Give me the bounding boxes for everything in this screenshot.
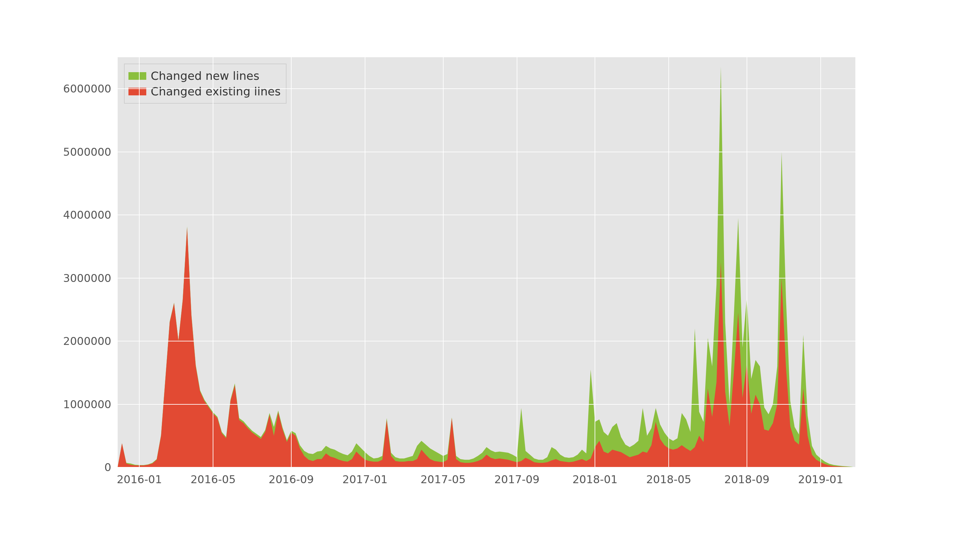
x-tick-label: 2017-01 [342, 473, 388, 486]
area-chart-svg [118, 57, 855, 467]
gridline-v [747, 57, 747, 467]
gridline-h [118, 88, 855, 89]
legend-label-existing: Changed existing lines [151, 85, 281, 98]
gridline-v [595, 57, 595, 467]
gridline-v [668, 57, 669, 467]
plot-area: Changed new lines Changed existing lines [118, 57, 855, 467]
gridline-v [365, 57, 365, 467]
legend: Changed new lines Changed existing lines [124, 64, 286, 103]
gridline-v [139, 57, 140, 467]
gridline-v [820, 57, 821, 467]
gridline-h [118, 467, 855, 467]
gridline-v [443, 57, 444, 467]
gridline-h [118, 152, 855, 152]
x-tick-label: 2017-05 [420, 473, 466, 486]
x-tick-label: 2018-01 [572, 473, 617, 486]
x-tick-label: 2018-05 [646, 473, 691, 486]
gridline-v [517, 57, 517, 467]
x-tick-label: 2016-05 [191, 473, 235, 486]
x-tick-label: 2019-01 [798, 473, 843, 486]
y-tick-label: 2000000 [41, 335, 111, 348]
legend-entry-new: Changed new lines [129, 68, 281, 84]
y-tick-label: 5000000 [41, 146, 111, 158]
x-tick-label: 2018-09 [724, 473, 770, 486]
gridline-h [118, 215, 855, 215]
y-tick-label: 3000000 [41, 272, 111, 285]
gridline-h [118, 278, 855, 278]
y-tick-label: 6000000 [41, 82, 111, 95]
y-tick-label: 1000000 [41, 398, 111, 411]
x-tick-label: 2016-01 [117, 473, 162, 486]
y-tick-label: 0 [41, 461, 111, 474]
y-tick-label: 4000000 [41, 208, 111, 221]
gridline-v [291, 57, 291, 467]
gridline-h [118, 404, 855, 405]
gridline-v [213, 57, 213, 467]
figure: Changed new lines Changed existing lines… [0, 0, 980, 542]
legend-swatch-new [129, 72, 146, 80]
legend-entry-existing: Changed existing lines [129, 84, 281, 99]
legend-label-new: Changed new lines [151, 69, 259, 82]
x-tick-label: 2017-09 [494, 473, 539, 486]
x-tick-label: 2016-09 [269, 473, 314, 486]
gridline-h [118, 341, 855, 342]
